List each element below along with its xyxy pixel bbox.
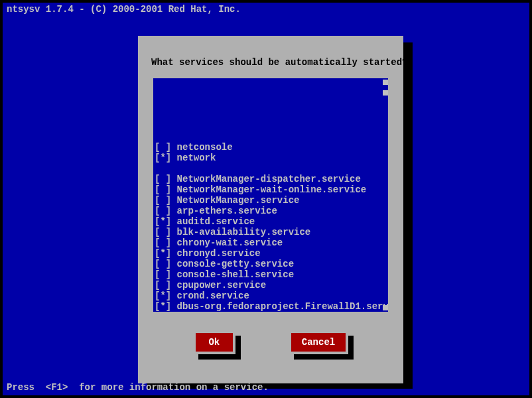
list-item[interactable]: [*] dbus-org.fedoraproject.FirewallD1.se…: [153, 301, 388, 312]
list-item[interactable]: [153, 163, 388, 174]
list-item[interactable]: [*] crond.service: [153, 291, 388, 301]
list-item[interactable]: [ ] netconsole: [153, 142, 388, 153]
cancel-button[interactable]: Cancel: [289, 330, 348, 354]
list-item[interactable]: [ ] NetworkManager.service: [153, 195, 388, 206]
list-item[interactable]: [ ] arp-ethers.service: [153, 206, 388, 216]
list-item[interactable]: [ ] blk-availability.service: [153, 227, 388, 237]
scroll-down-icon[interactable]: [383, 305, 388, 310]
list-item[interactable]: [*] auditd.service: [153, 216, 388, 227]
list-item[interactable]: [ ] cpupower.service: [153, 280, 388, 291]
dialog-title: What services should be automatically st…: [151, 57, 390, 68]
service-list[interactable]: [ ] netconsole[*] network [ ] NetworkMan…: [153, 78, 388, 312]
help-bar: Press <F1> for more information on a ser…: [7, 382, 269, 393]
list-item[interactable]: [ ] NetworkManager-wait-online.service: [153, 184, 388, 195]
titlebar: ntsysv 1.7.4 - (C) 2000-2001 Red Hat, In…: [3, 3, 529, 16]
list-item[interactable]: [ ] console-shell.service: [153, 269, 388, 280]
service-dialog: What services should be automatically st…: [138, 36, 403, 383]
list-item[interactable]: [*] network: [153, 153, 388, 163]
scroll-thumb[interactable]: [383, 90, 388, 96]
scroll-up-icon[interactable]: [383, 80, 388, 85]
ok-button[interactable]: Ok: [193, 330, 235, 354]
list-item[interactable]: [ ] console-getty.service: [153, 259, 388, 269]
list-item[interactable]: [ ] chrony-wait.service: [153, 237, 388, 248]
list-item[interactable]: [153, 131, 388, 142]
list-item[interactable]: [ ] NetworkManager-dispatcher.service: [153, 174, 388, 184]
list-item[interactable]: [*] chronyd.service: [153, 248, 388, 259]
